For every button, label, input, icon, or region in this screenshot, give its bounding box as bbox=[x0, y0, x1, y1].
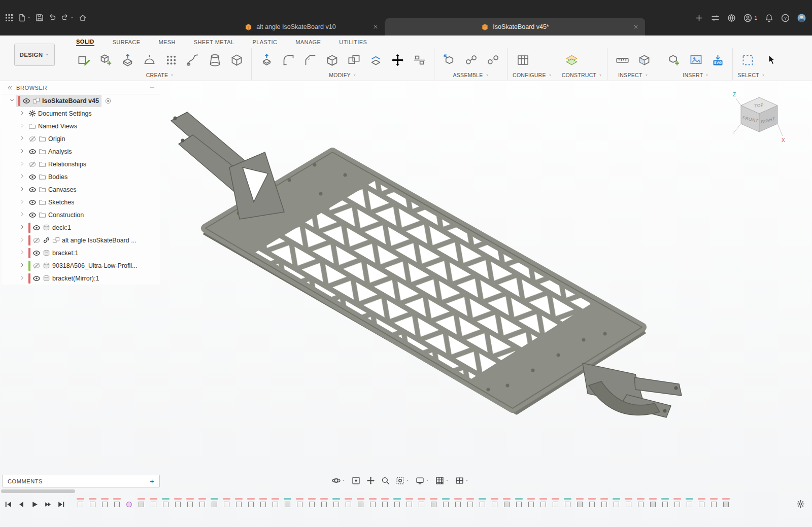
timeline-feature[interactable] bbox=[88, 498, 97, 511]
offset-plane-button[interactable] bbox=[562, 50, 582, 71]
chevron-right-icon[interactable] bbox=[19, 148, 26, 155]
save-button[interactable] bbox=[36, 14, 44, 22]
timeline-feature[interactable] bbox=[551, 498, 560, 511]
chevron-down-icon[interactable] bbox=[9, 97, 16, 104]
browser-item[interactable]: alt angle IsoSkateBoard ... bbox=[2, 234, 160, 247]
chevron-right-icon[interactable] bbox=[19, 237, 26, 243]
browser-item[interactable]: Origin bbox=[2, 132, 160, 145]
chevron-right-icon[interactable] bbox=[19, 110, 26, 117]
chevron-right-icon[interactable] bbox=[19, 135, 26, 142]
extensions-button[interactable] bbox=[727, 14, 736, 22]
browser-item[interactable]: Document Settings bbox=[2, 107, 160, 120]
timeline-feature[interactable] bbox=[612, 498, 621, 511]
app-launcher-button[interactable] bbox=[5, 14, 13, 22]
timeline-feature[interactable] bbox=[478, 498, 487, 511]
fit-button[interactable] bbox=[396, 476, 410, 485]
timeline-feature[interactable] bbox=[636, 498, 645, 511]
timeline-feature[interactable] bbox=[442, 498, 450, 511]
timeline-feature[interactable] bbox=[368, 498, 377, 511]
timeline-options-button[interactable] bbox=[796, 500, 805, 508]
visibility-toggle[interactable] bbox=[28, 173, 37, 181]
group-dropdown[interactable]: CONFIGURE bbox=[513, 72, 552, 78]
browser-item[interactable]: Bodies bbox=[2, 170, 160, 183]
play-button[interactable] bbox=[30, 500, 39, 509]
job-status-button[interactable] bbox=[711, 14, 720, 22]
fillet-button[interactable] bbox=[278, 50, 298, 71]
live-users-button[interactable]: 1 bbox=[743, 14, 757, 22]
timeline-feature[interactable] bbox=[429, 498, 438, 511]
display-settings-button[interactable] bbox=[416, 476, 429, 485]
configuration-button[interactable] bbox=[513, 50, 533, 71]
ribbon-tab-solid[interactable]: SOLID bbox=[76, 39, 94, 46]
timeline-feature[interactable] bbox=[697, 498, 706, 511]
extrude-button[interactable] bbox=[117, 50, 138, 71]
document-tab[interactable]: alt angle IsoSkateBoard v10 bbox=[196, 18, 385, 36]
timeline-feature[interactable] bbox=[198, 498, 207, 511]
chevron-right-icon[interactable] bbox=[19, 173, 26, 180]
skip-start-button[interactable] bbox=[4, 500, 13, 509]
timeline-feature[interactable] bbox=[186, 498, 194, 511]
account-avatar-button[interactable] bbox=[797, 14, 806, 22]
look-at-button[interactable] bbox=[352, 476, 360, 485]
timeline-feature[interactable] bbox=[685, 498, 694, 511]
timeline-feature[interactable] bbox=[527, 498, 535, 511]
visibility-toggle[interactable] bbox=[28, 198, 37, 206]
visibility-toggle[interactable] bbox=[28, 186, 37, 194]
visibility-toggle[interactable] bbox=[28, 135, 37, 143]
timeline-feature[interactable] bbox=[344, 498, 353, 511]
group-dropdown[interactable]: INSERT bbox=[664, 72, 728, 78]
group-dropdown[interactable]: MODIFY bbox=[256, 72, 429, 78]
timeline-feature[interactable] bbox=[308, 498, 316, 511]
visibility-toggle[interactable] bbox=[32, 262, 41, 270]
timeline-feature[interactable] bbox=[271, 498, 280, 511]
step-forward-button[interactable] bbox=[44, 500, 52, 509]
timeline-feature[interactable] bbox=[222, 498, 231, 511]
timeline-feature[interactable] bbox=[174, 498, 182, 511]
select-button[interactable] bbox=[737, 50, 758, 71]
timeline-feature[interactable] bbox=[259, 498, 267, 511]
visibility-toggle[interactable] bbox=[32, 224, 41, 232]
timeline-feature[interactable] bbox=[673, 498, 682, 511]
chevron-right-icon[interactable] bbox=[19, 275, 26, 282]
pattern-button[interactable] bbox=[161, 50, 181, 71]
box-button[interactable] bbox=[226, 50, 247, 71]
timeline-feature[interactable] bbox=[588, 498, 596, 511]
browser-item[interactable]: Construction bbox=[2, 208, 160, 221]
chevron-right-icon[interactable] bbox=[19, 123, 26, 129]
timeline-feature[interactable] bbox=[283, 498, 292, 511]
browser-item[interactable]: bracket(Mirror):1 bbox=[2, 272, 160, 285]
timeline-feature[interactable] bbox=[661, 498, 669, 511]
home-button[interactable] bbox=[79, 14, 87, 22]
ribbon-tab-utilities[interactable]: UTILITIES bbox=[339, 39, 367, 45]
group-dropdown[interactable]: SELECT bbox=[737, 72, 765, 78]
browser-item[interactable]: Relationships bbox=[2, 158, 160, 170]
browser-item[interactable]: Sketches bbox=[2, 196, 160, 208]
timeline-feature[interactable] bbox=[332, 498, 341, 511]
visibility-toggle[interactable] bbox=[32, 249, 41, 257]
skip-end-button[interactable] bbox=[57, 500, 65, 509]
timeline-feature[interactable] bbox=[76, 498, 85, 511]
timeline-feature[interactable] bbox=[417, 498, 426, 511]
combine-button[interactable] bbox=[344, 50, 364, 71]
as-built-joint-button[interactable] bbox=[483, 50, 503, 71]
browser-item[interactable]: deck:1 bbox=[2, 221, 160, 234]
timeline-feature[interactable] bbox=[113, 498, 121, 511]
timeline-feature[interactable] bbox=[515, 498, 523, 511]
timeline-feature[interactable] bbox=[722, 498, 730, 511]
notifications-button[interactable] bbox=[765, 14, 773, 22]
visibility-toggle[interactable] bbox=[32, 236, 41, 244]
chevron-right-icon[interactable] bbox=[19, 212, 26, 218]
browser-item[interactable]: Named Views bbox=[2, 120, 160, 132]
visibility-toggle[interactable] bbox=[28, 160, 37, 168]
timeline-feature[interactable] bbox=[100, 498, 109, 511]
ribbon-tab-manage[interactable]: MANAGE bbox=[295, 39, 321, 45]
group-dropdown[interactable]: ASSEMBLE bbox=[439, 72, 503, 78]
browser-item[interactable]: Analysis bbox=[2, 145, 160, 158]
sweep-button[interactable] bbox=[183, 50, 203, 71]
timeline-feature[interactable] bbox=[247, 498, 255, 511]
group-dropdown[interactable]: CREATE bbox=[74, 72, 247, 78]
view-cube[interactable]: TOP FRONT RIGHT Z X bbox=[729, 90, 790, 147]
close-tab-button[interactable] bbox=[633, 24, 639, 30]
collapse-panel-icon[interactable] bbox=[7, 85, 13, 91]
timeline-feature[interactable] bbox=[393, 498, 401, 511]
